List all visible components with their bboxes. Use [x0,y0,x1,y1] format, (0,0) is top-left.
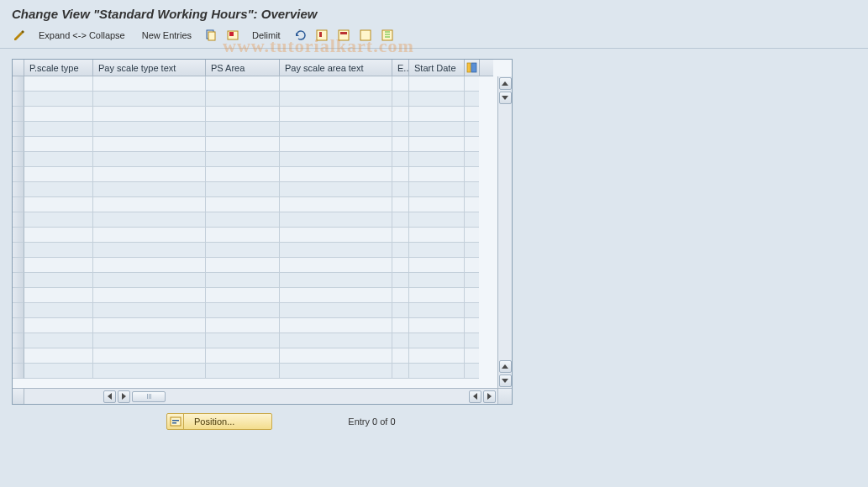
cell-c2[interactable] [93,107,206,122]
cell-c3[interactable] [206,92,280,107]
toggle-change-display-icon[interactable] [12,28,27,43]
cell-c4[interactable] [280,92,392,107]
cell-c4[interactable] [280,167,392,182]
cell-c1[interactable] [24,197,93,212]
cell-c3[interactable] [206,258,280,273]
expand-collapse-button[interactable]: Expand <-> Collapse [34,29,130,42]
cell-c4[interactable] [280,76,392,92]
cell-c1[interactable] [24,364,93,379]
cell-c5[interactable] [392,273,409,288]
cell-c4[interactable] [280,182,392,197]
cell-c4[interactable] [280,212,392,228]
scroll-right-button-2[interactable] [483,390,496,403]
cell-c5[interactable] [392,76,409,92]
select-all-icon[interactable] [314,28,329,43]
cell-c1[interactable] [24,318,93,333]
row-selector[interactable] [13,137,24,152]
row-selector[interactable] [13,122,24,137]
undo-change-icon[interactable] [292,28,308,43]
cell-c3[interactable] [206,318,280,333]
cell-c6[interactable] [409,182,465,197]
column-header-start-date[interactable]: Start Date [409,60,465,76]
cell-c2[interactable] [93,364,206,379]
cell-c3[interactable] [206,182,280,197]
cell-c5[interactable] [392,318,409,333]
deselect-all-icon[interactable] [358,28,373,43]
row-selector[interactable] [13,288,24,303]
cell-c5[interactable] [392,152,409,167]
row-selector[interactable] [13,364,24,379]
cell-c3[interactable] [206,348,280,364]
cell-c1[interactable] [24,182,93,197]
cell-c1[interactable] [24,122,93,137]
cell-c1[interactable] [24,76,93,92]
cell-c4[interactable] [280,364,392,379]
cell-c4[interactable] [280,243,392,258]
cell-c4[interactable] [280,348,392,364]
cell-c1[interactable] [24,152,93,167]
select-block-icon[interactable] [336,28,351,43]
cell-c1[interactable] [24,273,93,288]
cell-c3[interactable] [206,364,280,379]
corner-cell[interactable] [13,60,24,76]
cell-c6[interactable] [409,364,465,379]
cell-c6[interactable] [409,318,465,333]
cell-c6[interactable] [409,137,465,152]
cell-c2[interactable] [93,197,206,212]
cell-c3[interactable] [206,152,280,167]
copy-as-icon[interactable] [203,28,218,43]
scroll-up-button[interactable] [499,77,512,90]
cell-c3[interactable] [206,288,280,303]
column-header-esg[interactable]: E.. [392,60,409,76]
cell-c6[interactable] [409,197,465,212]
scroll-down-button[interactable] [499,92,512,104]
cell-c5[interactable] [392,243,409,258]
row-selector[interactable] [13,167,24,182]
cell-c6[interactable] [409,122,465,137]
cell-c4[interactable] [280,303,392,318]
cell-c2[interactable] [93,303,206,318]
cell-c6[interactable] [409,288,465,303]
cell-c1[interactable] [24,137,93,152]
position-button[interactable]: Position... [166,413,272,430]
cell-c2[interactable] [93,333,206,348]
cell-c2[interactable] [93,92,206,107]
cell-c5[interactable] [392,137,409,152]
cell-c4[interactable] [280,152,392,167]
cell-c1[interactable] [24,228,93,243]
table-settings-icon[interactable] [465,60,479,76]
scroll-left-button[interactable] [103,390,116,403]
cell-c2[interactable] [93,228,206,243]
cell-c2[interactable] [93,243,206,258]
cell-c5[interactable] [392,122,409,137]
cell-c1[interactable] [24,348,93,364]
row-selector[interactable] [13,182,24,197]
cell-c2[interactable] [93,167,206,182]
new-entries-button[interactable]: New Entries [137,29,197,42]
cell-c4[interactable] [280,258,392,273]
cell-c1[interactable] [24,167,93,182]
cell-c2[interactable] [93,182,206,197]
scroll-right-button[interactable] [118,390,130,403]
configuration-help-icon[interactable] [380,28,395,43]
cell-c1[interactable] [24,243,93,258]
horizontal-scrollbar[interactable] [13,388,512,404]
cell-c4[interactable] [280,197,392,212]
cell-c6[interactable] [409,258,465,273]
row-selector[interactable] [13,152,24,167]
cell-c2[interactable] [93,137,206,152]
cell-c4[interactable] [280,333,392,348]
row-selector[interactable] [13,318,24,333]
scroll-down-button-2[interactable] [499,374,512,387]
cell-c6[interactable] [409,348,465,364]
cell-c3[interactable] [206,273,280,288]
cell-c3[interactable] [206,107,280,122]
scroll-up-button-2[interactable] [499,360,512,373]
cell-c1[interactable] [24,92,93,107]
delete-icon[interactable] [225,28,240,43]
cell-c2[interactable] [93,152,206,167]
cell-c3[interactable] [206,197,280,212]
cell-c5[interactable] [392,288,409,303]
vertical-scrollbar[interactable] [497,76,512,388]
cell-c3[interactable] [206,333,280,348]
